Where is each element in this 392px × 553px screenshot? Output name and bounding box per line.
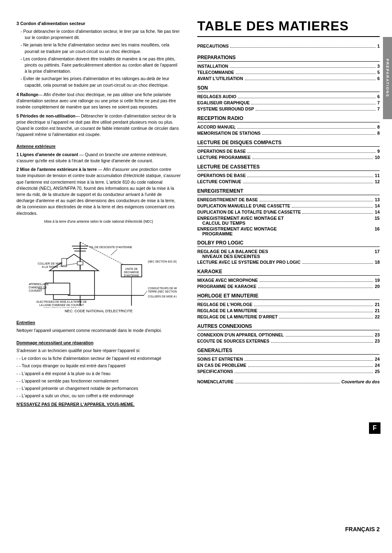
toc-entry: ENREGISTREMENT AVEC MONTAGE ET CALCUL DU… — [197, 215, 380, 226]
toc-nomenclature: NOMENCLATURE Couverture du dos — [197, 379, 380, 385]
section3-list: Pour débrancher le cordon d'alimentation… — [16, 28, 181, 88]
page: 3 Cordon d'alimentation secteur Pour déb… — [0, 0, 392, 553]
svg-text:TERRE (NEC SECTION 810-21): TERRE (NEC SECTION 810-21) — [148, 290, 177, 293]
toc-section-karaoke: KARAOKE MIXAGE AVEC MICROPHONE 19 PROGRA… — [197, 269, 380, 290]
list-item: - Le cordon ou la fiche d'alimentation s… — [16, 355, 181, 362]
toc-section-radio: RECEPTION RADIO ACCORD MANUEL 8 MEMORISA… — [197, 115, 380, 136]
antenna-item2: 2 Mise de l'antenne extérieure à la terr… — [16, 166, 181, 217]
toc-entry: ACCORD MANUEL 8 — [197, 124, 380, 130]
dommage-title: Dommage nécessitant une réparation — [16, 340, 181, 346]
list-item: Ne jamais tenir la fiche d'alimentation … — [21, 42, 181, 54]
toc-entry: OPERATIONS DE BASE 11 — [197, 173, 380, 179]
list-item: Eviter de surcharger les prises d'alimen… — [21, 76, 181, 88]
right-column: PREPARATIONS TABLE DES MATIERES PRECAUTI… — [189, 12, 392, 541]
svg-text:FIL DE DESCENTE D'ANTENNE: FIL DE DESCENTE D'ANTENNE — [90, 246, 132, 249]
francais-footer: FRANÇAIS 2 — [345, 526, 380, 532]
toc-entry: MIXAGE AVEC MICROPHONE 19 — [197, 277, 380, 283]
toc-entry: LECTURE PROGRAMMEE 10 — [197, 154, 380, 161]
section-header: GENERALITES — [197, 348, 380, 355]
toc-entry: CONNEXION D'UN APPAREIL OPTIONNEL 23 — [197, 332, 380, 338]
toc-entry: TELECOMMANDE 5 — [197, 69, 380, 76]
section-header: AUTRES CONNEXIONS — [197, 323, 380, 330]
list-item: - L'appareil présente un changement nota… — [16, 385, 181, 392]
sidebar-label: PREPARATIONS — [385, 59, 390, 97]
toc-section-disques: LECTURE DE DISQUES COMPACTS OPERATIONS D… — [197, 140, 380, 161]
section-header: PREPARATIONS — [197, 55, 380, 62]
svg-text:COLLIER DE MISE: COLLIER DE MISE — [38, 262, 63, 265]
section-header: ENREGISTREMENT — [197, 188, 380, 195]
toc-entry: SPECIFICATIONS 25 — [197, 369, 380, 375]
toc-entry: SYSTEME SURROUND DSP 7 — [197, 106, 380, 112]
svg-text:A LA TERRE: A LA TERRE — [42, 265, 58, 268]
toc-entry: REGLAGE DE LA MINUTERIE D'ARRET 22 — [197, 314, 380, 320]
toc-entry: REGLAGES AUDIO 6 — [197, 94, 380, 100]
toc-section-dolby: DOLBY PRO LOGIC REGLAGE DE LA BALANCE DE… — [197, 240, 380, 265]
precautions-dots — [230, 47, 376, 48]
dommage-list: - Le cordon ou la fiche d'alimentation s… — [16, 355, 181, 399]
list-item: - Tout corps étranger ou liquide est ent… — [16, 363, 181, 369]
list-item: - L'appareil a été exposé à la pluie ou … — [16, 371, 181, 377]
left-column: 3 Cordon d'alimentation secteur Pour déb… — [0, 12, 189, 541]
toc-entry: ECOUTE DE SOURCES EXTERNES 23 — [197, 338, 380, 344]
section-header: LECTURE DE DISQUES COMPACTS — [197, 140, 380, 147]
toc-section-enregistrement: ENREGISTREMENT ENREGISTREMENT DE BASE 13… — [197, 188, 380, 237]
svg-rect-10 — [77, 262, 83, 265]
dommage-text: S'adresser à un technicien qualifié pour… — [16, 348, 181, 354]
svg-rect-19 — [45, 283, 70, 295]
toc-entry: LECTURE AVEC LE SYSTEME DOLBY PRO LOGIC … — [197, 259, 380, 265]
list-item: - L'appareil ne semble pas fonctionner n… — [16, 378, 181, 384]
list-item: Pour débrancher le cordon d'alimentation… — [21, 28, 181, 41]
svg-text:DECHARGE: DECHARGE — [124, 271, 140, 274]
f-badge: F — [369, 422, 380, 434]
toc-entry: OPERATIONS DE BASE 9 — [197, 148, 380, 154]
toc-entry: PROGRAMME DE KARAOKE 20 — [197, 283, 380, 290]
toc-section-son: SON REGLAGES AUDIO 6 EGALISEUR GRAPHIQUE… — [197, 85, 380, 112]
svg-line-9 — [111, 249, 117, 255]
section4-title: 4 Rallonge— Afin d'éviter tout choc élec… — [16, 92, 176, 109]
toc-entry: MEMORISATION DE STATIONS 8 — [197, 130, 380, 136]
antenna-diagram-wrap: Mise à la terre d'une antenne selon le c… — [16, 219, 181, 314]
precautions-page: 1 — [377, 44, 380, 48]
svg-text:LA LIGNE D'AMENEE DE COURANT: LA LIGNE D'AMENEE DE COURANT — [39, 304, 84, 306]
toc-entry: DUPLICATION DE LA TOTALITE D'UNE CASSETT… — [197, 209, 380, 215]
toc-section-horloge: HORLOGE ET MINUTERIE REGLAGE DE L'HORLOG… — [197, 293, 380, 320]
warning-text: N'ESSAYEZ PAS DE REPARER L'APPAREIL VOUS… — [16, 401, 181, 408]
section5-title: 5 Périodes de non-utilisation— Débranche… — [16, 113, 179, 137]
section-header: SON — [197, 85, 380, 92]
svg-text:CONDUCTEURS DE MISE A LA: CONDUCTEURS DE MISE A LA — [148, 287, 177, 290]
toc-entry: EN CAS DE PROBLEME 24 — [197, 362, 380, 369]
section3-title: 3 Cordon d'alimentation secteur — [16, 21, 181, 27]
toc-entry: AVANT L'UTILISATION 6 — [197, 76, 380, 82]
toc-section-generalites: GENERALITES SOINS ET ENTRETIEN 24 EN CAS… — [197, 348, 380, 375]
toc-section-cassettes: LECTURE DE CASSETTES OPERATIONS DE BASE … — [197, 164, 380, 185]
antenna-diagram-caption: Mise à la terre d'une antenne selon le c… — [44, 219, 153, 224]
entretien-text: Nettoyer l'appareil uniquement comme rec… — [16, 327, 181, 334]
section-header: DOLBY PRO LOGIC — [197, 240, 380, 247]
section-header: HORLOGE ET MINUTERIE — [197, 293, 380, 300]
svg-text:COURANT: COURANT — [29, 289, 42, 292]
section4: 4 Rallonge— Afin d'éviter tout choc élec… — [16, 92, 181, 111]
antenna-item1: 1 Lignes d'amenée de courant — Quand on … — [16, 152, 181, 164]
list-item: - L'appareil a subi un choc, ou son coff… — [16, 393, 181, 399]
nec-note: NEC: CODE NATIONAL D'ELECTRICITE — [65, 309, 133, 314]
toc-title: TABLE DES MATIERES — [197, 18, 380, 37]
vertical-sidebar: PREPARATIONS — [383, 37, 392, 119]
toc-entry: INSTALLATION 3 — [197, 63, 380, 69]
entretien-title: Entretien — [16, 320, 181, 326]
toc-entry: LECTURE CONTINUE 12 — [197, 179, 380, 185]
svg-text:(NEC SECTION 810-20): (NEC SECTION 810-20) — [148, 260, 177, 263]
section-header: LECTURE DE CASSETTES — [197, 164, 380, 171]
precautions-label: PRECAUTIONS — [197, 44, 228, 48]
svg-text:D'ANTENNE: D'ANTENNE — [124, 274, 140, 277]
toc-entry: REGLAGE DE LA BALANCE DES NIVEAUX DES EN… — [197, 249, 380, 259]
antenna-diagram-svg: FIL DE DESCENTE D'ANTENNE COLLIER DE MIS… — [21, 226, 177, 308]
antenna-section-title: Antenne extérieure — [16, 143, 181, 150]
list-item: Les cordons d'alimentation doivent être … — [21, 56, 181, 75]
toc-entry: REGLAGE DE L'HORLOGE 21 — [197, 302, 380, 308]
toc-entry: ENREGISTREMENT DE BASE 13 — [197, 197, 380, 203]
toc-entry: ENREGISTREMENT AVEC MONTAGE PROGRAMME 16 — [197, 226, 380, 237]
svg-text:ELECTRODES DE MISE A LA TERRE : ELECTRODES DE MISE A LA TERRE DE — [37, 300, 87, 303]
section-header: RECEPTION RADIO — [197, 115, 380, 122]
svg-text:D'AMENEE DE: D'AMENEE DE — [29, 286, 47, 289]
toc-precautions: PRECAUTIONS 1 — [197, 42, 380, 51]
